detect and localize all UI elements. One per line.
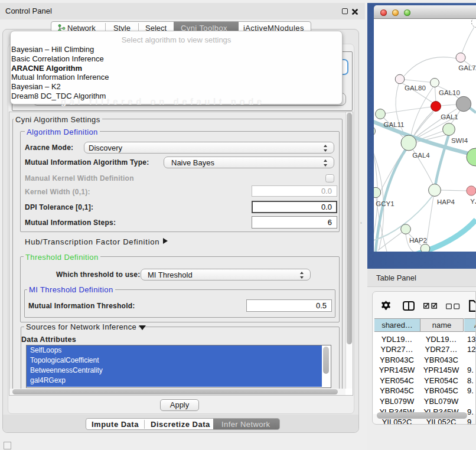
svg-text:GAL4: GAL4 (412, 152, 430, 159)
svg-text:GAL7: GAL7 (458, 64, 475, 71)
svg-text:HAP2: HAP2 (409, 237, 427, 244)
svg-text:HAP4: HAP4 (437, 198, 455, 206)
svg-text:GAL1: GAL1 (441, 113, 458, 120)
svg-text:YJ: YJ (470, 198, 476, 205)
svg-text:GCY1: GCY1 (376, 200, 394, 207)
svg-text:GAL80: GAL80 (405, 84, 426, 92)
svg-text:SWI4: SWI4 (451, 137, 468, 144)
svg-text:GAL10: GAL10 (439, 89, 460, 96)
svg-text:GAL11: GAL11 (384, 121, 405, 128)
